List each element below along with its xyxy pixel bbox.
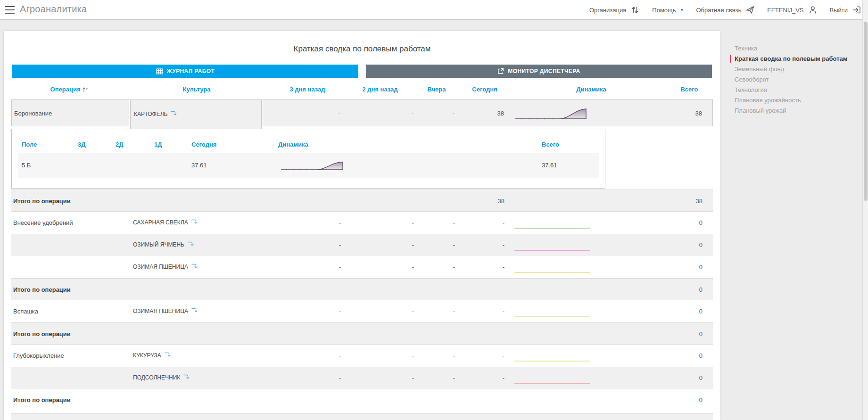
app-title: Агроаналитика: [20, 4, 87, 15]
column-header-today[interactable]: Сегодня: [472, 82, 497, 97]
subcolumn-field[interactable]: Поле: [22, 137, 37, 153]
nav-item-tekhnologiya[interactable]: Технология: [730, 85, 862, 95]
table-header-row: Операция Культура 3 дня назад 2 дня наза…: [11, 82, 713, 97]
sparkline-rise: [280, 160, 344, 171]
drill-down-icon[interactable]: [191, 263, 198, 269]
drill-down-icon[interactable]: [191, 218, 198, 225]
nav-item-planovaya-urozhaynost[interactable]: Плановая урожайность: [730, 95, 862, 106]
value-today: 38: [498, 190, 504, 211]
value-today: -: [503, 345, 504, 367]
field-row[interactable]: 5 Б 37.61 37.61: [18, 153, 599, 178]
subcolumn-3d[interactable]: 3Д: [78, 137, 86, 153]
column-header-yesterday[interactable]: Вчера: [428, 82, 446, 97]
column-label: Вчера: [428, 82, 446, 97]
monitor-button-label: МОНИТОР ДИСПЕТЧЕРА: [508, 68, 580, 74]
column-label: 3 дня назад: [289, 82, 325, 97]
menu-item-help[interactable]: Помощь ▼: [652, 7, 684, 14]
scrollbar-thumb[interactable]: [864, 22, 868, 201]
value-yesterday: -: [453, 100, 455, 127]
total-label: Итого по операции: [13, 323, 71, 345]
value-today: -: [503, 300, 504, 322]
value-3-days-ago: -: [339, 212, 341, 234]
journal-button[interactable]: ЖУРНАЛ РАБОТ: [12, 65, 358, 78]
drill-down-icon[interactable]: [191, 307, 198, 313]
total-label: Итого по операции: [13, 389, 71, 411]
menu-item-user[interactable]: EFTENIJ_VS: [767, 5, 817, 15]
column-header-dynamics[interactable]: Динамика: [576, 82, 606, 97]
value-2-days-ago: -: [412, 256, 414, 278]
menu-label: Организация: [589, 7, 626, 14]
sparkline-flat: [514, 272, 590, 273]
nav-item-tekhnika[interactable]: Техника: [730, 43, 862, 54]
menu-label: Помощь: [652, 7, 676, 14]
table-row[interactable]: Вспашка ОЗИМАЯ ПШЕНИЦА - - - - 0: [11, 300, 713, 322]
operation-label: Глубокорыхление: [13, 345, 64, 367]
dispatcher-monitor-button[interactable]: МОНИТОР ДИСПЕТЧЕРА: [366, 65, 712, 78]
value-total: 0: [699, 279, 703, 300]
value-yesterday: -: [453, 367, 455, 389]
nav-item-zemelny-fond[interactable]: Земельный фонд: [730, 64, 862, 74]
table-row[interactable]: ОЗИМАЯ ПШЕНИЦА - - - - 0: [11, 256, 713, 278]
sparkline-flat: [514, 227, 590, 229]
column-label: Культура: [182, 82, 210, 97]
menu-item-feedback[interactable]: Обратная связь: [696, 5, 755, 15]
sparkline-flat: [514, 316, 590, 318]
drill-down-icon[interactable]: [170, 110, 177, 116]
culture-label: ОЗИМАЯ ПШЕНИЦА: [133, 300, 188, 322]
value-yesterday: -: [453, 345, 455, 367]
group-culture-cell-expanded[interactable]: КАРТОФЕЛЬ: [130, 99, 262, 129]
active-indicator-bar: [730, 55, 731, 63]
table-row[interactable]: Внесение удобрений САХАРНАЯ СВЕКЛА - - -…: [11, 212, 713, 234]
column-label: Динамика: [576, 82, 606, 97]
value-2-days-ago: -: [412, 234, 414, 256]
sparkline-flat: [514, 360, 590, 362]
sparkline-flat: [514, 382, 590, 384]
column-header-2-days-ago[interactable]: 2 дня назад: [362, 82, 397, 97]
subcolumn-today[interactable]: Сегодня: [191, 137, 216, 153]
culture-label: ОЗИМЫЙ ЯЧМЕНЬ: [133, 234, 184, 256]
culture-label: ОЗИМАЯ ПШЕНИЦА: [133, 256, 188, 278]
value-total: 38: [695, 100, 702, 127]
page-title: Краткая сводка по полевым работам: [4, 44, 720, 54]
next-row-partial: [11, 413, 713, 420]
drill-down-icon[interactable]: [164, 351, 171, 358]
group-operation-cell: Боронование: [11, 99, 129, 126]
table-row[interactable]: ПОДСОЛНЕЧНИК - - - - 0: [11, 367, 713, 389]
table-row[interactable]: Глубокорыхление КУКУРУЗА - - - - 0: [11, 345, 713, 367]
table-row[interactable]: ОЗИМЫЙ ЯЧМЕНЬ - - - - 0: [11, 234, 713, 256]
grid-icon: [156, 68, 163, 74]
subcolumn-1d[interactable]: 1Д: [154, 137, 162, 153]
value-2-days-ago: -: [412, 345, 414, 367]
value-2-days-ago: -: [412, 212, 414, 234]
subcolumn-dynamics[interactable]: Динамика: [278, 137, 308, 153]
nav-item-sevooborot[interactable]: Севооборот: [730, 74, 862, 85]
drill-down-icon[interactable]: [183, 373, 190, 380]
page-scrollbar[interactable]: [862, 0, 868, 420]
total-row: Итого по операции 0: [11, 389, 713, 411]
drill-down-icon[interactable]: [187, 240, 194, 247]
field-name: 5 Б: [22, 153, 31, 178]
column-header-3-days-ago[interactable]: 3 дня назад: [289, 82, 325, 97]
menu-item-logout[interactable]: Выйти: [830, 5, 862, 15]
value-3-days-ago: -: [339, 256, 341, 278]
field-today-value: 37.61: [191, 153, 207, 178]
operation-label: Боронование: [14, 110, 52, 117]
nav-item-planovy-urozhay[interactable]: Плановый урожай: [730, 106, 862, 116]
nav-item-kratkaya-svodka[interactable]: Краткая сводка по полевым работам: [730, 54, 862, 64]
journal-button-label: ЖУРНАЛ РАБОТ: [167, 68, 215, 74]
logout-icon: [852, 5, 861, 15]
menu-item-organization[interactable]: Организация: [589, 5, 640, 15]
sparkline-rise: [514, 107, 591, 120]
value-yesterday: -: [453, 256, 455, 278]
value-total: 0: [699, 367, 703, 389]
column-header-total[interactable]: Всего: [680, 82, 698, 97]
group-values-cell: - - - 38 38: [263, 99, 713, 126]
culture-label: КУКУРУЗА: [133, 345, 161, 367]
hamburger-menu-icon[interactable]: [5, 6, 15, 14]
column-header-culture[interactable]: Культура: [182, 82, 210, 97]
subcolumn-total[interactable]: Всего: [542, 137, 559, 153]
subcolumn-2d[interactable]: 2Д: [116, 137, 124, 153]
user-icon: [808, 5, 818, 15]
column-header-operation[interactable]: Операция: [50, 82, 89, 97]
value-total: 0: [699, 256, 703, 278]
